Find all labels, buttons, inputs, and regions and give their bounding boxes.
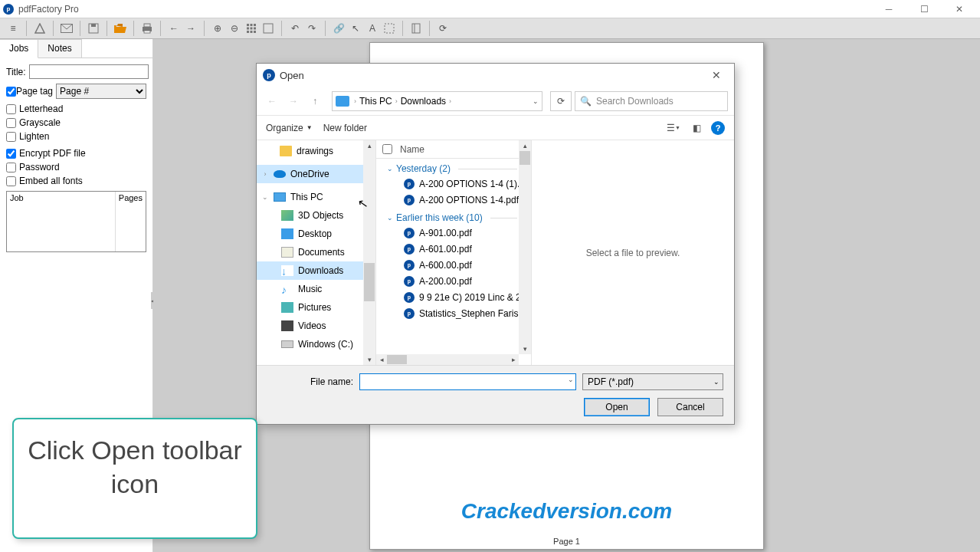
tree-item-music[interactable]: Music xyxy=(257,280,375,298)
menu-icon[interactable]: ≡ xyxy=(5,20,21,37)
lighten-checkbox[interactable] xyxy=(6,132,16,142)
filelist-hscrollbar[interactable]: ◂▸ xyxy=(376,354,519,365)
refresh-icon[interactable]: ⟳ xyxy=(434,20,451,37)
breadcrumb-downloads[interactable]: Downloads xyxy=(401,96,446,107)
embed-checkbox[interactable] xyxy=(6,176,16,186)
group-earlier[interactable]: ⌄Earlier this week (10) xyxy=(376,208,531,225)
open-button[interactable]: Open xyxy=(584,398,650,416)
password-checkbox[interactable] xyxy=(6,163,16,172)
fit-icon[interactable] xyxy=(260,20,277,37)
bookmark-icon[interactable] xyxy=(408,20,424,37)
view-mode-button[interactable]: ☰ ▼ xyxy=(665,120,682,136)
tree-item-cdrive[interactable]: Windows (C:) xyxy=(257,335,375,353)
organize-button[interactable]: Organize▼ xyxy=(266,123,313,133)
minimize-button[interactable]: ─ xyxy=(871,1,906,18)
new-folder-button[interactable]: New folder xyxy=(323,123,367,133)
watermark-text: Crackedversion.com xyxy=(370,499,763,524)
text-icon[interactable]: A xyxy=(364,20,381,37)
pdf-icon: p xyxy=(404,195,415,205)
title-input[interactable] xyxy=(29,64,149,79)
svg-rect-9 xyxy=(247,28,249,30)
breadcrumb-pc[interactable]: This PC xyxy=(359,96,392,107)
close-button[interactable]: ✕ xyxy=(942,1,977,18)
file-row[interactable]: pA-200 OPTIONS 1-4 (1).pdf xyxy=(376,176,531,192)
email-icon[interactable] xyxy=(58,20,75,37)
file-list[interactable]: Name ⌄Yesterday (2) pA-200 OPTIONS 1-4 (… xyxy=(375,140,531,365)
file-row[interactable]: pA-601.00.pdf xyxy=(376,241,531,257)
preview-message: Select a file to preview. xyxy=(586,248,680,258)
nav-back-button[interactable]: ← xyxy=(263,92,281,110)
chevron-down-icon[interactable]: ⌄ xyxy=(568,376,574,383)
save-icon[interactable] xyxy=(85,20,102,37)
search-input[interactable]: 🔍 Search Downloads xyxy=(575,91,728,111)
tree-item-documents[interactable]: Documents xyxy=(257,243,375,261)
svg-rect-11 xyxy=(254,28,256,30)
file-row[interactable]: pA-200.00.pdf xyxy=(376,273,531,289)
print-icon[interactable] xyxy=(139,20,156,37)
tree-item-3dobjects[interactable]: 3D Objects xyxy=(257,206,375,225)
pointer-icon[interactable]: ↖ xyxy=(347,20,364,37)
select-icon[interactable] xyxy=(381,20,398,37)
group-yesterday[interactable]: ⌄Yesterday (2) xyxy=(376,159,531,176)
redo-icon[interactable]: ↷ xyxy=(303,20,320,37)
filelist-scrollbar[interactable]: ▴ ▾ xyxy=(519,140,531,354)
tree-item-downloads[interactable]: Downloads xyxy=(257,261,375,280)
nav-up-button[interactable]: ↑ xyxy=(306,92,324,110)
file-row[interactable]: pA-200 OPTIONS 1-4.pdf xyxy=(376,192,531,208)
help-button[interactable]: ? xyxy=(711,121,725,135)
pc-icon xyxy=(274,192,286,202)
file-row[interactable]: pStatistics_Stephen Farish 2 xyxy=(376,305,531,321)
page-number: Page 1 xyxy=(370,537,763,546)
insert-icon[interactable] xyxy=(31,20,48,37)
svg-rect-4 xyxy=(144,24,150,27)
zoom-out-icon[interactable]: ⊖ xyxy=(226,20,243,37)
documents-icon xyxy=(281,247,293,258)
pagetag-checkbox[interactable] xyxy=(6,87,16,97)
svg-rect-17 xyxy=(412,24,420,33)
grayscale-checkbox[interactable] xyxy=(6,118,16,128)
svg-rect-10 xyxy=(251,28,253,30)
cancel-button[interactable]: Cancel xyxy=(657,398,723,416)
letterhead-label: Letterhead xyxy=(19,104,63,114)
tree-item-onedrive[interactable]: ›OneDrive xyxy=(257,165,375,183)
maximize-button[interactable]: ☐ xyxy=(906,1,942,18)
tree-item-thispc[interactable]: ⌄This PC xyxy=(257,188,375,206)
dialog-close-button[interactable]: ✕ xyxy=(705,69,728,81)
select-all-checkbox[interactable] xyxy=(382,144,392,154)
folder-tree[interactable]: drawings ›OneDrive ⌄This PC 3D Objects D… xyxy=(257,140,375,365)
expand-icon[interactable]: › xyxy=(261,170,269,178)
chevron-down-icon[interactable]: ⌄ xyxy=(533,97,539,105)
open-icon[interactable] xyxy=(112,20,129,37)
tree-item-videos[interactable]: Videos xyxy=(257,317,375,335)
letterhead-checkbox[interactable] xyxy=(6,104,16,114)
breadcrumb[interactable]: › This PC › Downloads › ⌄ xyxy=(332,91,542,111)
zoom-in-icon[interactable]: ⊕ xyxy=(209,20,226,37)
dialog-title: Open xyxy=(280,70,304,81)
file-row[interactable]: pA-600.00.pdf xyxy=(376,257,531,273)
back-icon[interactable]: ← xyxy=(166,20,182,37)
app-icon: p xyxy=(3,4,14,15)
file-row[interactable]: pA-901.00.pdf xyxy=(376,225,531,241)
chevron-down-icon: ⌄ xyxy=(713,378,719,386)
tree-item-drawings[interactable]: drawings xyxy=(257,142,375,160)
tree-item-pictures[interactable]: Pictures xyxy=(257,298,375,317)
grid-icon[interactable] xyxy=(243,20,260,37)
forward-icon[interactable]: → xyxy=(182,20,199,37)
name-column[interactable]: Name xyxy=(400,144,424,155)
link-icon[interactable]: 🔗 xyxy=(330,20,347,37)
pagetag-select[interactable]: Page # xyxy=(56,84,146,99)
tree-item-desktop[interactable]: Desktop xyxy=(257,225,375,243)
preview-pane-button[interactable]: ◧ xyxy=(688,120,705,136)
collapse-icon[interactable]: ⌄ xyxy=(261,193,269,201)
tab-notes[interactable]: Notes xyxy=(38,39,81,58)
tab-jobs[interactable]: Jobs xyxy=(0,39,38,58)
filename-input[interactable]: ⌄ xyxy=(359,373,576,390)
lighten-label: Lighten xyxy=(19,131,49,142)
filetype-select[interactable]: PDF (*.pdf)⌄ xyxy=(582,373,723,390)
tree-scrollbar[interactable]: ▴ ▾ xyxy=(363,140,375,365)
refresh-button[interactable]: ⟳ xyxy=(550,91,572,111)
nav-forward-button[interactable]: → xyxy=(284,92,303,110)
encrypt-checkbox[interactable] xyxy=(6,149,16,159)
undo-icon[interactable]: ↶ xyxy=(287,20,303,37)
file-row[interactable]: p9 9 21e C) 2019 Linc & 20 xyxy=(376,289,531,305)
